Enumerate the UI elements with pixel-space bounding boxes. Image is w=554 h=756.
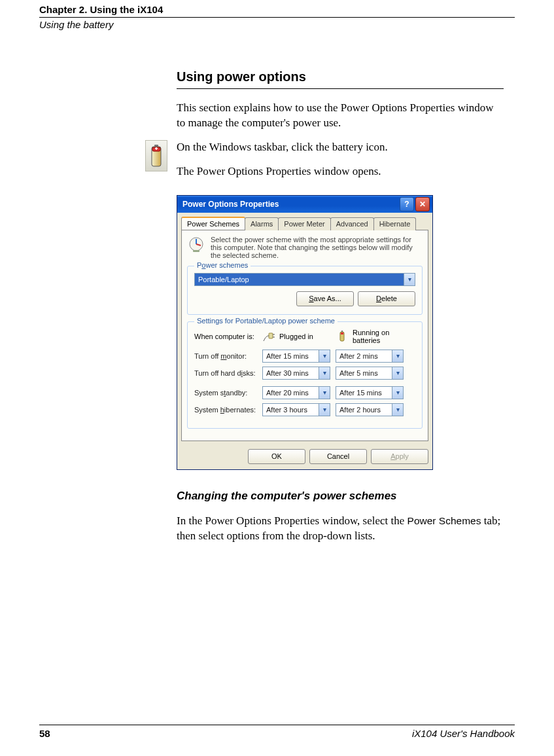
svg-rect-12 — [341, 333, 343, 334]
svg-rect-11 — [341, 331, 343, 332]
hibernate-label: System hibernates: — [194, 406, 257, 414]
monitor-dc-select[interactable]: After 2 mins ▾ — [336, 350, 404, 363]
intro-paragraph: This section explains how to use the Pow… — [177, 101, 504, 131]
plug-icon — [262, 330, 275, 343]
battery-small-icon — [336, 330, 349, 343]
power-schemes-legend: Power schemes — [194, 261, 251, 269]
power-meter-icon — [187, 236, 205, 254]
monitor-ac-select[interactable]: After 15 mins ▾ — [262, 350, 330, 363]
chevron-down-icon: ▾ — [392, 367, 403, 379]
book-title: iX104 User's Handbook — [412, 728, 515, 739]
heading-changing-schemes: Changing the computer's power schemes — [177, 490, 504, 503]
heading-rule — [177, 88, 504, 89]
hibernate-dc-select[interactable]: After 2 hours ▾ — [336, 403, 404, 416]
apply-button[interactable]: Apply — [371, 449, 428, 464]
chevron-down-icon: ▾ — [392, 404, 403, 416]
chevron-down-icon: ▾ — [392, 350, 403, 362]
step-window-opens: The Power Options Properties window open… — [177, 164, 504, 179]
chevron-down-icon: ▾ — [319, 367, 330, 379]
svg-rect-4 — [156, 147, 157, 150]
window-title: Power Options Properties — [182, 200, 398, 209]
when-label: When computer is: — [194, 333, 257, 340]
svg-rect-7 — [269, 333, 273, 338]
standby-ac-select[interactable]: After 20 mins ▾ — [262, 386, 330, 399]
settings-legend: Settings for Portable/Laptop power schem… — [194, 317, 338, 325]
monitor-label: Turn off monitor: — [194, 352, 257, 360]
dialog-intro-text: Select the power scheme with the most ap… — [211, 236, 423, 259]
hibernate-ac-select[interactable]: After 3 hours ▾ — [262, 403, 330, 416]
chevron-down-icon: ▾ — [319, 404, 330, 416]
hdd-label: Turn off hard disks: — [194, 369, 257, 377]
tab-bar: Power Schemes Alarms Power Meter Advance… — [177, 213, 432, 230]
scheme-select[interactable]: Portable/Laptop ▾ — [194, 273, 415, 286]
ok-button[interactable]: OK — [248, 449, 305, 464]
delete-button[interactable]: Delete — [358, 291, 415, 306]
scheme-select-value: Portable/Laptop — [195, 276, 404, 283]
hdd-dc-select[interactable]: After 5 mins ▾ — [336, 367, 404, 380]
chapter-title: Chapter 2. Using the iX104 — [39, 4, 515, 15]
help-button[interactable]: ? — [400, 197, 414, 211]
footer-rule — [39, 725, 515, 725]
dialog-footer: OK Cancel Apply — [177, 445, 432, 469]
chevron-down-icon: ▾ — [319, 350, 330, 362]
step-click-battery: On the Windows taskbar, click the batter… — [177, 140, 504, 155]
tab-power-schemes[interactable]: Power Schemes — [181, 217, 245, 230]
plugged-in-label: Plugged in — [279, 333, 313, 340]
settings-group: Settings for Portable/Laptop power schem… — [187, 321, 423, 429]
chevron-down-icon: ▾ — [404, 274, 415, 285]
standby-label: System standby: — [194, 389, 257, 397]
standby-dc-select[interactable]: After 15 mins ▾ — [336, 386, 404, 399]
chevron-down-icon: ▾ — [392, 387, 403, 399]
save-as-button[interactable]: Save As... — [296, 291, 354, 306]
cancel-button[interactable]: Cancel — [309, 449, 367, 464]
page-number: 58 — [39, 728, 50, 739]
chevron-down-icon: ▾ — [319, 387, 330, 399]
tab-power-meter[interactable]: Power Meter — [278, 217, 330, 230]
titlebar[interactable]: Power Options Properties ? ✕ — [177, 196, 432, 213]
header-rule — [39, 17, 515, 18]
close-button[interactable]: ✕ — [415, 197, 430, 211]
on-batteries-label: Running on batteries — [353, 329, 404, 344]
heading-power-options: Using power options — [177, 69, 504, 84]
hdd-ac-select[interactable]: After 30 mins ▾ — [262, 367, 330, 380]
svg-rect-6 — [193, 250, 199, 252]
power-options-window: Power Options Properties ? ✕ Power Schem… — [177, 195, 433, 470]
tab-hibernate[interactable]: Hibernate — [373, 217, 417, 230]
section-subhead: Using the battery — [39, 19, 515, 30]
power-schemes-group: Power schemes Portable/Laptop ▾ Save As.… — [187, 266, 423, 315]
tab-alarms[interactable]: Alarms — [245, 217, 279, 230]
tab-body: Select the power scheme with the most ap… — [181, 230, 428, 441]
closing-paragraph: In the Power Options Properties window, … — [177, 514, 504, 544]
tab-advanced[interactable]: Advanced — [330, 217, 374, 230]
battery-icon — [145, 140, 167, 171]
